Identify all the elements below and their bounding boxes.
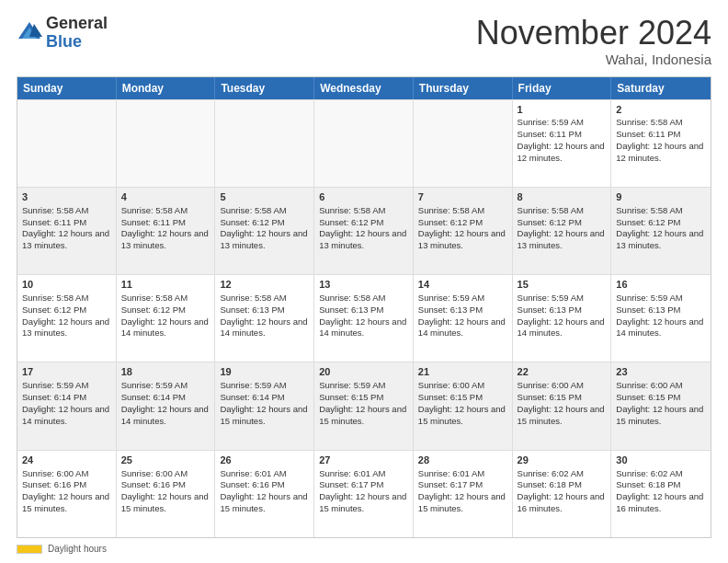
daylight-text: Daylight: 12 hours and 16 minutes.: [518, 491, 605, 513]
sunrise-text: Sunrise: 6:00 AM: [121, 468, 188, 478]
day-number: 3: [22, 190, 111, 204]
day-number: 11: [121, 278, 210, 292]
daylight-text: Daylight: 12 hours and 15 minutes.: [121, 491, 209, 513]
day-number: 28: [418, 454, 507, 467]
sunset-text: Sunset: 6:16 PM: [22, 479, 86, 489]
day-cell-13: 13Sunrise: 5:58 AMSunset: 6:13 PMDayligh…: [314, 275, 414, 362]
day-cell-15: 15Sunrise: 5:59 AMSunset: 6:13 PMDayligh…: [513, 275, 612, 362]
day-cell-30: 30Sunrise: 6:02 AMSunset: 6:18 PMDayligh…: [611, 451, 711, 537]
day-number: 9: [616, 190, 706, 204]
sunset-text: Sunset: 6:13 PM: [616, 304, 680, 315]
sunset-text: Sunset: 6:14 PM: [22, 392, 86, 402]
sunrise-text: Sunrise: 5:58 AM: [22, 293, 88, 303]
sunset-text: Sunset: 6:16 PM: [121, 479, 186, 489]
logo-general-text: General: [46, 14, 108, 32]
sunset-text: Sunset: 6:12 PM: [418, 217, 483, 227]
day-cell-9: 9Sunrise: 5:58 AMSunset: 6:12 PMDaylight…: [611, 188, 711, 274]
logo-icon: [17, 20, 42, 46]
daylight-text: Daylight: 12 hours and 15 minutes.: [319, 404, 406, 426]
daylight-text: Daylight: 12 hours and 15 minutes.: [22, 491, 109, 513]
day-cell-1: 1Sunrise: 5:59 AMSunset: 6:11 PMDaylight…: [513, 100, 612, 187]
daylight-text: Daylight: 12 hours and 14 minutes.: [616, 316, 703, 339]
header-day-thursday: Thursday: [414, 77, 513, 99]
daylight-text: Daylight: 12 hours and 15 minutes.: [220, 404, 307, 426]
day-cell-28: 28Sunrise: 6:01 AMSunset: 6:17 PMDayligh…: [414, 451, 513, 537]
day-number: 20: [319, 365, 408, 379]
daylight-text: Daylight: 12 hours and 14 minutes.: [121, 316, 209, 339]
sunset-text: Sunset: 6:12 PM: [220, 217, 284, 227]
month-title: November 2024: [476, 15, 711, 52]
week-row-1: 3Sunrise: 5:58 AMSunset: 6:11 PMDaylight…: [17, 187, 711, 274]
sunrise-text: Sunrise: 5:58 AM: [616, 117, 682, 127]
sunset-text: Sunset: 6:12 PM: [518, 217, 582, 227]
day-number: 18: [121, 365, 210, 379]
daylight-text: Daylight: 12 hours and 12 minutes.: [616, 141, 703, 163]
calendar-body: 1Sunrise: 5:59 AMSunset: 6:11 PMDaylight…: [17, 99, 711, 537]
day-number: 29: [518, 454, 607, 467]
daylight-text: Daylight: 12 hours and 13 minutes.: [121, 228, 209, 250]
day-cell-29: 29Sunrise: 6:02 AMSunset: 6:18 PMDayligh…: [513, 451, 612, 537]
day-number: 30: [616, 454, 706, 467]
sunset-text: Sunset: 6:11 PM: [22, 217, 86, 227]
sunset-text: Sunset: 6:11 PM: [616, 129, 680, 139]
day-number: 26: [220, 454, 309, 467]
day-number: 17: [22, 365, 111, 379]
sunrise-text: Sunrise: 6:02 AM: [518, 468, 584, 478]
sunset-text: Sunset: 6:15 PM: [518, 392, 582, 402]
daylight-text: Daylight: 12 hours and 13 minutes.: [518, 228, 605, 250]
sunrise-text: Sunrise: 5:59 AM: [418, 293, 484, 303]
day-number: 23: [616, 365, 706, 379]
header-day-sunday: Sunday: [17, 77, 117, 99]
calendar: SundayMondayTuesdayWednesdayThursdayFrid…: [17, 76, 711, 538]
sunrise-text: Sunrise: 5:59 AM: [518, 293, 584, 303]
daylight-text: Daylight: 12 hours and 14 minutes.: [22, 404, 109, 426]
sunrise-text: Sunrise: 6:00 AM: [518, 380, 584, 390]
day-cell-10: 10Sunrise: 5:58 AMSunset: 6:12 PMDayligh…: [17, 275, 117, 362]
day-cell-21: 21Sunrise: 6:00 AMSunset: 6:15 PMDayligh…: [414, 362, 513, 449]
sunrise-text: Sunrise: 5:58 AM: [616, 205, 682, 215]
empty-cell: [414, 100, 513, 187]
day-cell-25: 25Sunrise: 6:00 AMSunset: 6:16 PMDayligh…: [117, 451, 216, 537]
day-number: 7: [418, 190, 507, 204]
footer-note: Daylight hours: [17, 544, 711, 554]
sunrise-text: Sunrise: 5:58 AM: [220, 293, 286, 303]
day-cell-2: 2Sunrise: 5:58 AMSunset: 6:11 PMDaylight…: [611, 100, 711, 187]
empty-cell: [117, 100, 216, 187]
day-number: 14: [418, 278, 507, 292]
sunrise-text: Sunrise: 5:58 AM: [418, 205, 484, 215]
daylight-text: Daylight: 12 hours and 14 minutes.: [220, 316, 307, 339]
daylight-text: Daylight: 12 hours and 13 minutes.: [616, 228, 703, 250]
day-cell-12: 12Sunrise: 5:58 AMSunset: 6:13 PMDayligh…: [215, 275, 314, 362]
day-cell-19: 19Sunrise: 5:59 AMSunset: 6:14 PMDayligh…: [215, 362, 314, 449]
sunset-text: Sunset: 6:12 PM: [121, 304, 186, 315]
empty-cell: [17, 100, 117, 187]
sunset-text: Sunset: 6:15 PM: [616, 392, 680, 402]
sunrise-text: Sunrise: 6:00 AM: [418, 380, 484, 390]
page: General Blue November 2024 Wahai, Indone…: [0, 0, 728, 563]
day-cell-18: 18Sunrise: 5:59 AMSunset: 6:14 PMDayligh…: [117, 362, 216, 449]
day-cell-14: 14Sunrise: 5:59 AMSunset: 6:13 PMDayligh…: [414, 275, 513, 362]
sunrise-text: Sunrise: 6:01 AM: [220, 468, 286, 478]
empty-cell: [314, 100, 414, 187]
sunset-text: Sunset: 6:18 PM: [616, 479, 680, 489]
daylight-text: Daylight: 12 hours and 13 minutes.: [418, 228, 506, 250]
day-number: 2: [616, 103, 706, 117]
day-cell-7: 7Sunrise: 5:58 AMSunset: 6:12 PMDaylight…: [414, 188, 513, 274]
sunset-text: Sunset: 6:11 PM: [121, 217, 186, 227]
day-cell-26: 26Sunrise: 6:01 AMSunset: 6:16 PMDayligh…: [215, 451, 314, 537]
day-cell-11: 11Sunrise: 5:58 AMSunset: 6:12 PMDayligh…: [117, 275, 216, 362]
header-day-wednesday: Wednesday: [314, 77, 414, 99]
day-cell-20: 20Sunrise: 5:59 AMSunset: 6:15 PMDayligh…: [314, 362, 414, 449]
sunset-text: Sunset: 6:16 PM: [220, 479, 284, 489]
daylight-text: Daylight: 12 hours and 14 minutes.: [418, 316, 506, 339]
sunset-text: Sunset: 6:11 PM: [518, 129, 582, 139]
sunrise-text: Sunrise: 5:58 AM: [121, 205, 188, 215]
header: General Blue November 2024 Wahai, Indone…: [17, 15, 711, 67]
sunrise-text: Sunrise: 5:59 AM: [319, 380, 385, 390]
week-row-2: 10Sunrise: 5:58 AMSunset: 6:12 PMDayligh…: [17, 274, 711, 362]
day-cell-27: 27Sunrise: 6:01 AMSunset: 6:17 PMDayligh…: [314, 451, 414, 537]
logo: General Blue: [17, 15, 108, 52]
daylight-bar-icon: [17, 545, 42, 554]
sunrise-text: Sunrise: 6:00 AM: [616, 380, 682, 390]
sunrise-text: Sunrise: 6:01 AM: [319, 468, 385, 478]
